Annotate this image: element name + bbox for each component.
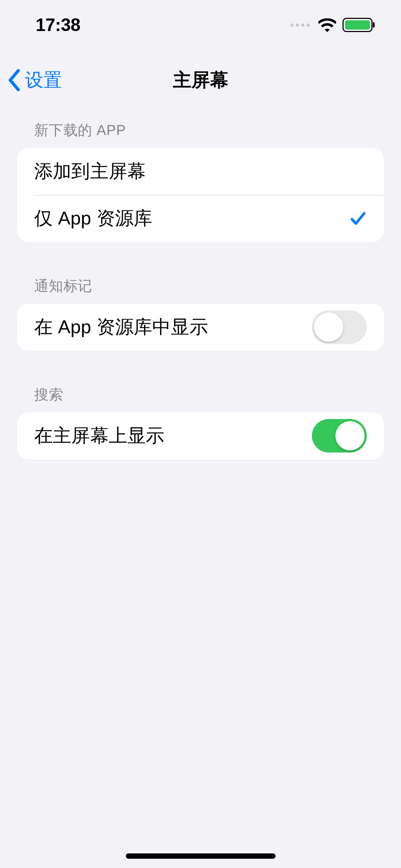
row-label: 在主屏幕上显示	[34, 423, 164, 448]
section-header-notification-badges: 通知标记	[17, 276, 384, 304]
group-new-downloaded: 添加到主屏幕 仅 App 资源库	[17, 148, 384, 242]
battery-icon	[343, 18, 372, 32]
group-search: 在主屏幕上显示	[17, 412, 384, 459]
chevron-left-icon	[8, 69, 21, 91]
toggle-show-on-home-screen[interactable]	[312, 419, 367, 453]
home-indicator[interactable]	[126, 853, 276, 859]
option-app-library-only[interactable]: 仅 App 资源库	[17, 195, 384, 242]
cellular-dots-icon	[291, 24, 310, 27]
row-show-in-app-library: 在 App 资源库中显示	[17, 304, 384, 351]
group-notification-badges: 在 App 资源库中显示	[17, 304, 384, 351]
section-new-downloaded-apps: 新下载的 APP 添加到主屏幕 仅 App 资源库	[17, 120, 384, 242]
status-time: 17:38	[36, 15, 80, 35]
row-label: 仅 App 资源库	[34, 206, 152, 231]
row-label: 添加到主屏幕	[34, 159, 146, 184]
status-icons	[291, 18, 372, 32]
back-button[interactable]: 设置	[8, 68, 62, 93]
row-show-on-home-screen: 在主屏幕上显示	[17, 412, 384, 459]
checkmark-icon	[349, 210, 367, 227]
section-search: 搜索 在主屏幕上显示	[17, 385, 384, 459]
row-label: 在 App 资源库中显示	[34, 315, 208, 340]
back-label: 设置	[25, 68, 62, 93]
toggle-show-in-app-library[interactable]	[312, 310, 367, 344]
nav-bar: 设置 主屏幕	[0, 59, 401, 102]
status-bar: 17:38	[0, 0, 401, 50]
option-add-to-home-screen[interactable]: 添加到主屏幕	[17, 148, 384, 195]
page-title: 主屏幕	[173, 68, 228, 93]
section-header-new-downloaded: 新下载的 APP	[17, 120, 384, 148]
section-header-search: 搜索	[17, 385, 384, 412]
section-notification-badges: 通知标记 在 App 资源库中显示	[17, 276, 384, 351]
wifi-icon	[318, 18, 336, 32]
